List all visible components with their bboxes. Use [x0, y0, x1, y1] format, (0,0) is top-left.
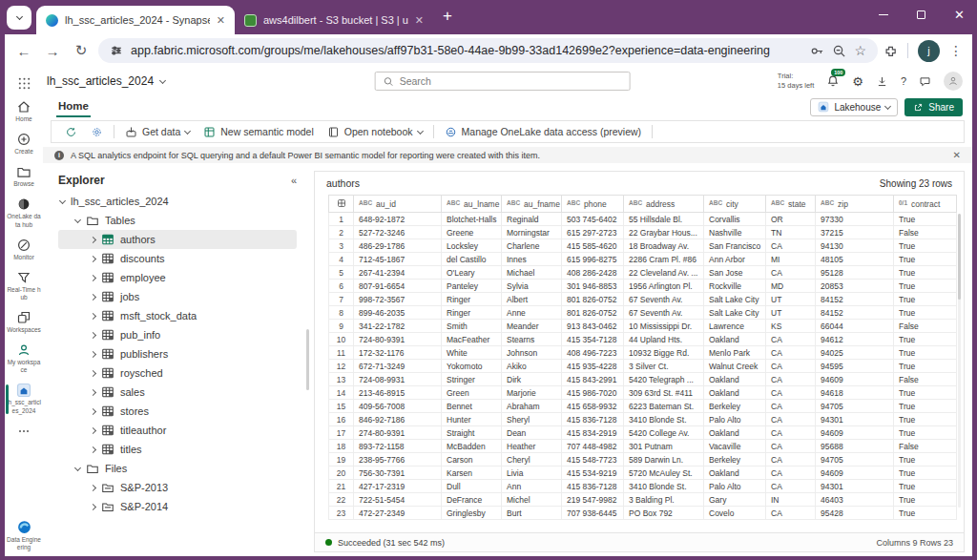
rail-item-home[interactable]: Home — [5, 95, 43, 128]
tree-file-s-p-2014[interactable]: S&P-2014 — [58, 497, 297, 516]
panel-resize-handle[interactable] — [306, 329, 309, 390]
tree-root[interactable]: lh_ssc_articles_2024 — [58, 192, 297, 211]
tab-close-icon[interactable]: ✕ — [217, 14, 225, 27]
chevron-right-icon[interactable] — [90, 350, 96, 357]
tab-close-icon[interactable]: ✕ — [415, 14, 424, 27]
notifications-icon[interactable]: 100 — [826, 74, 840, 88]
back-icon[interactable]: ← — [12, 39, 35, 62]
extensions-icon[interactable] — [883, 44, 898, 58]
rail-item-browse[interactable]: Browse — [5, 160, 43, 193]
rail-item-my-workspace[interactable]: My workspace — [5, 339, 43, 379]
tree-file-s-p-2013[interactable]: S&P-2013 — [58, 478, 297, 497]
rail-item-data-engineering[interactable]: Data Engineering — [5, 515, 43, 556]
cell: Oakland — [704, 386, 766, 400]
column-name: au_id — [376, 199, 396, 209]
zoom-out-icon[interactable] — [832, 44, 846, 58]
chevron-down-icon[interactable] — [74, 216, 81, 222]
cell: CA — [766, 239, 816, 253]
tab-search-button[interactable] — [7, 6, 31, 30]
settings-gear-icon[interactable]: ⚙ — [852, 74, 863, 89]
share-button[interactable]: Share — [904, 98, 963, 116]
chevron-down-icon[interactable] — [74, 464, 81, 470]
downloads-icon[interactable] — [876, 75, 888, 88]
browser-tab-active[interactable]: lh_ssc_articles_2024 - Synapse D ✕ — [36, 6, 235, 34]
chevron-right-icon[interactable] — [90, 255, 96, 261]
rail-item-app-launcher[interactable] — [5, 73, 43, 95]
column-type-icon: ABC — [709, 199, 722, 206]
chevron-right-icon[interactable] — [90, 388, 96, 395]
row-number: 21 — [329, 480, 354, 493]
tree-table-publishers[interactable]: publishers — [58, 344, 297, 363]
chrome-menu-icon[interactable]: ⋮ — [949, 43, 963, 58]
tab-home[interactable]: Home — [56, 97, 91, 117]
banner-close-icon[interactable]: ✕ — [953, 150, 961, 160]
table-row: 1648-92-1872Blotchet-HallsReginald503 74… — [329, 213, 957, 226]
rail-item-onelake-data-hub[interactable]: OneLake data hub — [5, 193, 43, 233]
collapse-panel-icon[interactable]: « — [291, 175, 297, 186]
cell: Ann — [502, 480, 562, 493]
tree-table-sales[interactable]: sales — [58, 383, 297, 402]
tree-table-stores[interactable]: stores — [58, 402, 297, 421]
feedback-icon[interactable] — [919, 75, 931, 88]
profile-avatar[interactable]: j — [918, 40, 940, 62]
window-close-button[interactable]: ✕ — [954, 9, 965, 21]
reload-icon[interactable]: ↻ — [70, 39, 93, 62]
tree-table-jobs[interactable]: jobs — [58, 287, 297, 306]
rail-item-lakehouse-item[interactable]: lh_ssc_articles_2024 — [5, 379, 43, 419]
chevron-right-icon[interactable] — [90, 293, 96, 300]
row-number: 14 — [329, 386, 354, 400]
tree-item-label: sales — [120, 386, 145, 398]
chevron-down-icon[interactable] — [59, 197, 66, 203]
rail-item-workspaces[interactable]: Workspaces — [5, 306, 43, 339]
notebook-icon — [327, 126, 340, 138]
tree-table-discounts[interactable]: discounts — [58, 249, 297, 268]
bookmark-star-icon[interactable]: ☆ — [854, 43, 866, 58]
manage-onelake-data-access-preview-button[interactable]: Manage OneLake data access (preview) — [439, 121, 648, 142]
item-type-dropdown[interactable]: Lakehouse — [810, 98, 898, 116]
rail-item-create[interactable]: Create — [5, 128, 43, 160]
rail-item-real-time-hub[interactable]: Real-Time hub — [5, 266, 43, 306]
tree-files-folder[interactable]: Files — [58, 459, 297, 478]
chevron-right-icon[interactable] — [90, 484, 96, 490]
tree-table-employee[interactable]: employee — [58, 268, 297, 287]
chevron-right-icon[interactable] — [90, 426, 96, 433]
chevron-right-icon[interactable] — [90, 274, 96, 280]
get-data-button[interactable]: Get data — [119, 121, 196, 142]
cell: Hunter — [442, 413, 502, 426]
chevron-right-icon[interactable] — [90, 407, 96, 414]
forward-icon[interactable]: → — [41, 39, 64, 62]
chevron-right-icon[interactable] — [90, 446, 96, 452]
chevron-right-icon[interactable] — [90, 503, 96, 509]
address-bar[interactable]: app.fabric.microsoft.com/groups/me/lakeh… — [98, 38, 878, 63]
cell: Straight — [442, 426, 502, 440]
tree-table-authors[interactable]: authors — [58, 230, 297, 249]
rail-item-monitor[interactable]: Monitor — [5, 234, 43, 266]
password-key-icon[interactable] — [810, 44, 824, 58]
browser-tab-inactive[interactable]: aws4dilbert - S3 bucket | S3 | us ✕ — [235, 6, 433, 34]
minimize-button[interactable] — [879, 14, 888, 15]
tree-tables-folder[interactable]: Tables — [58, 211, 297, 230]
account-avatar[interactable] — [944, 72, 963, 91]
site-settings-icon[interactable] — [110, 44, 123, 57]
search-input[interactable]: Search — [375, 72, 631, 91]
tree-table-roysched[interactable]: roysched — [58, 363, 297, 383]
rail-item-more[interactable] — [5, 420, 43, 444]
chevron-right-icon[interactable] — [90, 236, 96, 242]
open-notebook-button[interactable]: Open notebook — [322, 121, 428, 142]
new-semantic-model-button[interactable]: New semantic model — [197, 121, 319, 142]
chevron-right-icon[interactable] — [90, 369, 96, 376]
new-tab-button[interactable]: + — [443, 7, 452, 26]
refresh-button[interactable] — [59, 121, 83, 142]
tree-table-pub_info[interactable]: pub_info — [58, 325, 297, 344]
item-title[interactable]: lh_ssc_articles_2024 — [47, 74, 165, 88]
vertical-scrollbar[interactable] — [958, 214, 961, 508]
chevron-right-icon[interactable] — [90, 312, 96, 319]
tree-table-msft_stock_data[interactable]: msft_stock_data — [58, 306, 297, 325]
tree-table-titleauthor[interactable]: titleauthor — [58, 421, 297, 440]
cell: Abraham — [502, 400, 562, 413]
table-settings-button[interactable] — [85, 121, 109, 142]
tree-table-titles[interactable]: titles — [58, 440, 297, 459]
maximize-button[interactable] — [917, 10, 925, 19]
chevron-right-icon[interactable] — [90, 331, 96, 338]
help-icon[interactable]: ? — [901, 75, 906, 87]
